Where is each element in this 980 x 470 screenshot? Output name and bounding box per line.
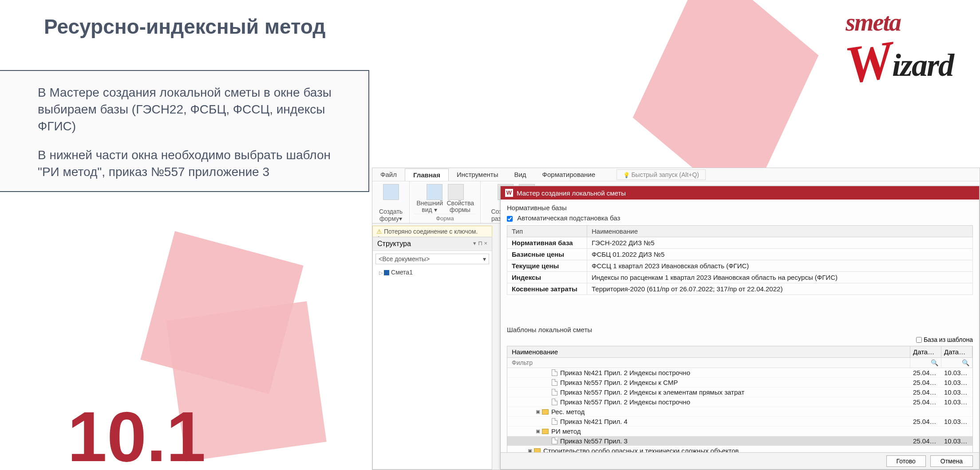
template-label: Приказ №421 Прил. 2 Индексы построчно bbox=[560, 369, 690, 376]
template-folder[interactable]: ▣Рес. метод bbox=[507, 407, 972, 417]
bases-cell-name: ГЭСН-2022 ДИЗ №5 bbox=[587, 237, 973, 249]
tree-node-smeta1[interactable]: Смета1 bbox=[379, 269, 486, 276]
template-date1 bbox=[910, 427, 941, 436]
slide-number: 10.1 bbox=[67, 401, 205, 470]
structure-title-text: Структура bbox=[377, 240, 411, 248]
tab-view[interactable]: Вид bbox=[506, 168, 534, 180]
logo-w-letter: W bbox=[842, 29, 896, 96]
bases-group-label: Нормативные базы bbox=[507, 204, 973, 212]
ribbon-tabs: Файл Главная Инструменты Вид Форматирова… bbox=[372, 168, 980, 181]
templates-table: Наименование Дата… Дата… Фильтр 🔍 🔍 Прик… bbox=[507, 346, 973, 468]
tmpl-th-date2: Дата… bbox=[941, 346, 972, 357]
bases-row[interactable]: Нормативная базаГЭСН-2022 ДИЗ №5 bbox=[507, 237, 973, 249]
bases-cell-type: Нормативная база bbox=[507, 237, 587, 249]
folder-icon bbox=[542, 409, 549, 415]
template-item[interactable]: Приказ №421 Прил. 2 Индексы построчно25.… bbox=[507, 368, 972, 378]
bases-cell-name: Индексы по расценкам 1 квартал 2023 Иван… bbox=[587, 272, 973, 283]
form-props-icon[interactable] bbox=[448, 184, 464, 200]
tab-home[interactable]: Главная bbox=[405, 168, 449, 181]
quick-launch-input[interactable]: Быстрый запуск (Alt+Q) bbox=[616, 169, 706, 180]
template-date1: 25.04… bbox=[910, 436, 941, 446]
bases-cell-type: Косвенные затраты bbox=[507, 283, 587, 295]
bases-row[interactable]: Базисные ценыФСБЦ 01.2022 ДИЗ №5 bbox=[507, 249, 973, 260]
file-icon bbox=[552, 418, 557, 425]
template-item[interactable]: Приказ №421 Прил. 425.04…10.03… bbox=[507, 417, 972, 427]
template-item[interactable]: Приказ №557 Прил. 325.04…10.03… bbox=[507, 436, 972, 446]
wizard-dialog: W Мастер создания локальной сметы Нормат… bbox=[500, 186, 980, 470]
auto-subst-checkbox[interactable] bbox=[507, 216, 513, 222]
ready-button[interactable]: Готово bbox=[886, 455, 926, 467]
template-date1: 25.04… bbox=[910, 388, 941, 397]
template-label: Приказ №557 Прил. 2 Индексы к элементам … bbox=[560, 388, 744, 396]
auto-subst-label: Автоматическая подстановка баз bbox=[517, 214, 620, 222]
template-label: РИ метод bbox=[551, 427, 581, 435]
template-date1: 25.04… bbox=[910, 378, 941, 387]
template-date2 bbox=[941, 427, 972, 436]
structure-combo[interactable]: <Все документы> ▾ bbox=[375, 254, 489, 264]
filter-mag-1[interactable]: 🔍 bbox=[910, 358, 941, 368]
structure-tree: Смета1 bbox=[373, 267, 492, 278]
template-date2: 10.03… bbox=[941, 397, 972, 407]
filter-input[interactable]: Фильтр bbox=[507, 358, 910, 368]
template-date2: 10.03… bbox=[941, 388, 972, 397]
template-item[interactable]: Приказ №557 Прил. 2 Индексы построчно25.… bbox=[507, 397, 972, 407]
structure-panel-controls[interactable]: ▾ ⊓ × bbox=[473, 240, 487, 248]
bases-row[interactable]: Косвенные затратыТерритория-2020 (611/пр… bbox=[507, 283, 973, 295]
template-date2 bbox=[941, 407, 972, 416]
tab-file[interactable]: Файл bbox=[372, 168, 405, 180]
template-date1 bbox=[910, 407, 941, 416]
tmpl-th-name: Наименование bbox=[507, 346, 910, 357]
tab-format[interactable]: Форматирование bbox=[534, 168, 604, 180]
th-name: Наименование bbox=[587, 226, 973, 237]
dialog-app-icon: W bbox=[505, 189, 513, 197]
description-box: В Мастере создания локальной сметы в окн… bbox=[0, 70, 369, 192]
tmpl-th-date1: Дата… bbox=[910, 346, 941, 357]
template-date2: 10.03… bbox=[941, 436, 972, 446]
bases-cell-name: ФСБЦ 01.2022 ДИЗ №5 bbox=[587, 249, 973, 260]
create-form-icon[interactable] bbox=[383, 184, 399, 200]
bases-cell-type: Текущие цены bbox=[507, 260, 587, 272]
file-icon bbox=[552, 438, 557, 444]
app-window: Файл Главная Инструменты Вид Форматирова… bbox=[372, 168, 980, 470]
bases-cell-name: Территория-2020 (611/пр от 26.07.2022; 3… bbox=[587, 283, 973, 295]
file-icon bbox=[552, 379, 557, 386]
logo-izard-text: izard bbox=[892, 47, 953, 83]
logo: smeta Wizard bbox=[846, 8, 953, 89]
th-type: Тип bbox=[507, 226, 587, 237]
tree-toggle-icon[interactable]: ▣ bbox=[536, 409, 540, 415]
templates-group-label: Шаблоны локальной сметы bbox=[507, 326, 973, 333]
logo-izard: Wizard bbox=[846, 27, 953, 89]
bases-row[interactable]: ИндексыИндексы по расценкам 1 квартал 20… bbox=[507, 272, 973, 283]
create-form-label: Создать форму▾ bbox=[377, 208, 405, 222]
template-label: Приказ №557 Прил. 2 Индексы к СМР bbox=[560, 379, 678, 386]
bases-cell-type: Индексы bbox=[507, 272, 587, 283]
template-label: Приказ №421 Прил. 4 bbox=[560, 418, 628, 425]
tree-toggle-icon[interactable]: ▣ bbox=[536, 428, 540, 434]
toolbar-section-form: Форма bbox=[414, 214, 476, 223]
template-item[interactable]: Приказ №557 Прил. 2 Индексы к СМР25.04…1… bbox=[507, 378, 972, 388]
ext-view-icon[interactable] bbox=[427, 184, 443, 200]
base-from-template-checkbox[interactable] bbox=[916, 337, 922, 343]
bases-row[interactable]: Текущие ценыФССЦ 1 квартал 2023 Ивановск… bbox=[507, 260, 973, 272]
bases-cell-type: Базисные цены bbox=[507, 249, 587, 260]
form-props-label: Свойства формы bbox=[447, 200, 474, 214]
slide-title: Ресурсно-индексный метод bbox=[44, 15, 326, 39]
bases-cell-name: ФССЦ 1 квартал 2023 Ивановская область (… bbox=[587, 260, 973, 272]
file-icon bbox=[552, 399, 557, 405]
structure-combo-value: <Все документы> bbox=[379, 255, 430, 262]
base-from-template-checkbox-wrap[interactable]: База из шаблона bbox=[916, 336, 973, 343]
template-item[interactable]: Приказ №557 Прил. 2 Индексы к элементам … bbox=[507, 388, 972, 397]
tab-tools[interactable]: Инструменты bbox=[449, 168, 506, 180]
smeta-icon bbox=[384, 270, 389, 275]
ext-view-label: Внешний вид ▾ bbox=[417, 200, 443, 214]
template-label: Приказ №557 Прил. 2 Индексы построчно bbox=[560, 398, 690, 406]
cancel-button[interactable]: Отмена bbox=[930, 455, 973, 467]
filter-mag-2[interactable]: 🔍 bbox=[941, 358, 972, 368]
template-date2: 10.03… bbox=[941, 417, 972, 426]
template-date1: 25.04… bbox=[910, 368, 941, 377]
template-date2: 10.03… bbox=[941, 378, 972, 387]
template-date2: 10.03… bbox=[941, 368, 972, 377]
template-label: Приказ №557 Прил. 3 bbox=[560, 437, 628, 445]
template-folder[interactable]: ▣РИ метод bbox=[507, 427, 972, 436]
desc-paragraph-1: В Мастере создания локальной сметы в окн… bbox=[38, 84, 351, 134]
